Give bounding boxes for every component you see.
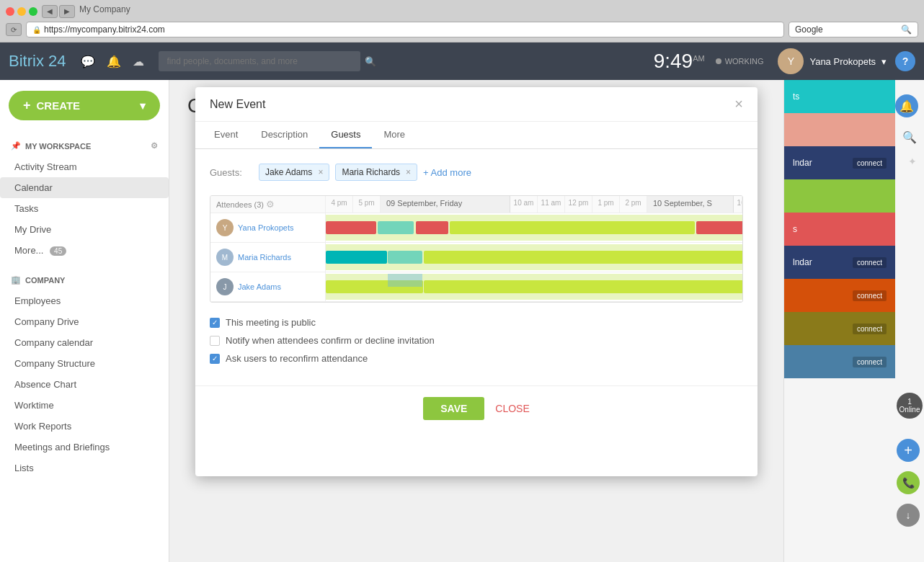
more-badge: 45 — [50, 246, 66, 256]
connect-button[interactable]: connect — [853, 290, 887, 301]
sidebar-item-activity-stream[interactable]: Activity Stream — [0, 156, 169, 177]
pin-icon: 📌 — [11, 141, 21, 151]
guest2-name: Maria Richards — [342, 167, 400, 177]
save-button[interactable]: SAVE — [423, 397, 484, 420]
url-text: https://mycompany.bitrix24.com — [44, 24, 165, 35]
browser-dots — [6, 7, 37, 16]
browser-title: My Company — [79, 4, 130, 14]
rp-label: ts — [784, 92, 808, 102]
person-info-jake: J Jake Adams — [210, 272, 326, 301]
sidebar-item-employees[interactable]: Employees — [0, 290, 169, 311]
sidebar-item-calendar[interactable]: Calendar — [0, 177, 169, 198]
main-layout: + CREATE ▾ 📌 MY WORKSPACE ⚙ Activity Str… — [0, 80, 924, 562]
search-button[interactable]: 🔍 — [902, 130, 917, 144]
rp-item-green — [784, 179, 895, 213]
sidebar-item-label: Tasks — [14, 203, 38, 214]
building-icon: 🏢 — [11, 275, 21, 285]
download-button[interactable]: ↓ — [897, 504, 920, 527]
close-button[interactable]: × — [734, 96, 743, 112]
logo-text: Bitrix — [9, 52, 44, 70]
checkbox-reconfirm: Ask users to reconfirm attendance — [210, 353, 743, 364]
browser-bar: ⟳ 🔒 https://mycompany.bitrix24.com Googl… — [6, 22, 918, 37]
close-dot[interactable] — [6, 7, 14, 16]
notifications-button[interactable]: 🔔 — [895, 94, 918, 117]
connect-button[interactable]: connect — [853, 158, 887, 169]
sidebar-item-company-structure[interactable]: Company Structure — [0, 353, 169, 374]
rp-item-olive: connect — [784, 312, 895, 345]
sidebar-item-tasks[interactable]: Tasks — [0, 198, 169, 219]
connect-button[interactable]: connect — [853, 357, 887, 367]
forward-button[interactable]: ▶ — [59, 5, 75, 18]
time-slot: 1 pm — [592, 196, 620, 213]
search-label: Google — [795, 24, 823, 35]
gear-icon[interactable]: ⚙ — [266, 199, 275, 210]
checkbox-public-input[interactable] — [210, 318, 220, 328]
sidebar-item-label: Work Reports — [14, 421, 71, 432]
add-button[interactable]: + — [897, 439, 920, 462]
company-label: COMPANY — [25, 276, 65, 285]
sidebar-item-lists[interactable]: Lists — [0, 458, 169, 478]
user-area[interactable]: Y Yana Prokopets ▾ — [778, 48, 887, 74]
connect-button[interactable]: connect — [853, 324, 887, 334]
cloud-icon[interactable]: ☁ — [133, 55, 144, 68]
browser-search-bar[interactable]: Google 🔍 — [788, 22, 918, 37]
sidebar-item-meetings-briefings[interactable]: Meetings and Briefings — [0, 437, 169, 458]
modal-footer: SAVE CLOSE — [195, 385, 758, 431]
checkbox-notify-label: Notify when attendees confirm or decline… — [226, 335, 435, 346]
modal-title: New Event — [210, 98, 265, 111]
avatar-jake: J — [216, 278, 234, 295]
call-button[interactable]: 📞 — [897, 471, 920, 494]
chat-icon[interactable]: 💬 — [81, 55, 95, 68]
date2-label: 10 September, S — [647, 196, 734, 213]
sidebar-item-label: My Drive — [14, 224, 51, 235]
settings-icon[interactable]: ⚙ — [151, 141, 158, 151]
sidebar-item-label: Absence Chart — [14, 379, 76, 390]
sidebar-item-absence-chart[interactable]: Absence Chart — [0, 374, 169, 395]
tab-more[interactable]: More — [372, 122, 417, 148]
sidebar-item-label: More... — [14, 245, 43, 256]
add-more-link[interactable]: + Add more — [423, 167, 471, 178]
tab-guests[interactable]: Guests — [319, 122, 372, 148]
tab-event[interactable]: Event — [203, 122, 249, 148]
rp-item-steel: connect — [784, 345, 895, 378]
create-button[interactable]: + CREATE ▾ — [9, 91, 160, 120]
sidebar-item-my-drive[interactable]: My Drive — [0, 219, 169, 240]
working-dot — [716, 58, 721, 64]
address-bar[interactable]: 🔒 https://mycompany.bitrix24.com — [26, 22, 784, 37]
connect-button[interactable]: connect — [853, 257, 887, 268]
back-button[interactable]: ◀ — [42, 5, 58, 18]
checkbox-reconfirm-input[interactable] — [210, 354, 220, 364]
remove-guest1-button[interactable]: × — [318, 167, 323, 177]
help-button[interactable]: ? — [895, 51, 915, 71]
refresh-button[interactable]: ⟳ — [6, 23, 22, 36]
guest1-name: Jake Adams — [265, 167, 312, 177]
checkbox-notify: Notify when attendees confirm or decline… — [210, 335, 743, 346]
date1-label: 09 September, Friday — [381, 196, 510, 213]
time-slot: 2 pm — [620, 196, 647, 213]
close-action-button[interactable]: CLOSE — [495, 403, 529, 414]
remove-guest2-button[interactable]: × — [406, 167, 411, 177]
sidebar-item-more[interactable]: More... 45 — [0, 240, 169, 261]
checkbox-notify-input[interactable] — [210, 336, 220, 346]
sidebar-item-company-drive[interactable]: Company Drive — [0, 311, 169, 332]
person-name-yana: Yana Prokopets — [238, 223, 293, 232]
fullscreen-dot[interactable] — [29, 7, 37, 16]
new-event-modal: New Event × Event Description Guests — [195, 87, 758, 476]
header-search-input[interactable] — [159, 51, 360, 71]
browser-search-icon: 🔍 — [901, 24, 912, 35]
spinner-icon: ✦ — [908, 156, 917, 167]
sidebar-item-company-calendar[interactable]: Company calendar — [0, 332, 169, 353]
timeline-maria — [326, 244, 742, 270]
company-header: 🏢 COMPANY — [0, 269, 169, 290]
online-count: 1 — [907, 398, 912, 406]
right-panel: ts lndar connect s lndar connect connect… — [783, 80, 924, 562]
minimize-dot[interactable] — [17, 7, 26, 16]
person-row-yana: Y Yana Prokopets — [210, 213, 742, 243]
bell-icon[interactable]: 🔔 — [107, 55, 121, 68]
modal-tabs: Event Description Guests More — [195, 122, 758, 149]
sidebar: + CREATE ▾ 📌 MY WORKSPACE ⚙ Activity Str… — [0, 80, 169, 562]
sidebar-item-work-reports[interactable]: Work Reports — [0, 416, 169, 437]
sidebar-item-worktime[interactable]: Worktime — [0, 395, 169, 416]
help-label: ? — [902, 55, 909, 67]
tab-description[interactable]: Description — [249, 122, 319, 148]
